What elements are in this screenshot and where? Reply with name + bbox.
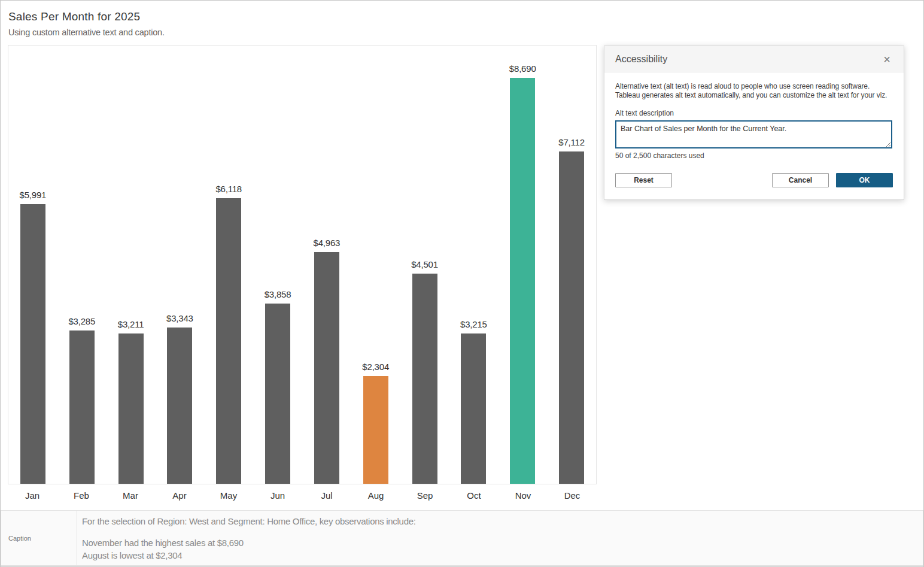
page-subtitle: Using custom alternative text and captio… (8, 28, 165, 37)
bar-aug[interactable] (363, 376, 388, 484)
bar-may[interactable] (216, 198, 241, 484)
bar-apr[interactable] (167, 328, 192, 484)
alt-text-input[interactable]: Bar Chart of Sales per Month for the Cur… (615, 120, 892, 148)
bar-value-label-oct: $3,215 (449, 319, 498, 329)
bar-value-label-apr: $3,343 (155, 313, 204, 323)
caption-line-2: November had the highest sales at $8,690 (82, 536, 923, 549)
x-axis-label-jun: Jun (253, 490, 302, 501)
bar-value-label-may: $6,118 (204, 184, 253, 194)
x-axis-label-sep: Sep (400, 490, 449, 501)
x-axis-label-mar: Mar (106, 490, 155, 501)
bar-jul[interactable] (314, 252, 339, 484)
bar-value-label-aug: $2,304 (351, 362, 400, 372)
caption-label: Caption (1, 511, 77, 565)
caption-panel: Caption For the selection of Region: Wes… (1, 510, 923, 566)
caption-line-3: August is lowest at $2,304 (82, 549, 923, 562)
bar-value-label-feb: $3,285 (57, 316, 107, 326)
bar-slot-oct: $3,215 (449, 46, 498, 484)
bar-slot-aug: $2,304 (351, 46, 400, 484)
x-axis-label-jul: Jul (302, 490, 351, 501)
bar-sep[interactable] (412, 274, 437, 484)
x-axis-label-jan: Jan (8, 490, 57, 501)
bar-slot-may: $6,118 (204, 46, 253, 484)
bar-dec[interactable] (559, 151, 584, 484)
cancel-button[interactable]: Cancel (772, 173, 829, 187)
dialog-button-row: Reset Cancel OK (615, 173, 893, 187)
bar-oct[interactable] (461, 333, 486, 484)
x-axis: JanFebMarAprMayJunJulAugSepOctNovDec (8, 486, 597, 505)
bar-value-label-nov: $8,690 (498, 63, 547, 74)
bar-value-label-jun: $3,858 (253, 289, 302, 299)
caption-text: For the selection of Region: West and Se… (77, 511, 923, 565)
bar-slot-dec: $7,112 (547, 46, 596, 484)
dialog-header: Accessibility × (604, 46, 904, 72)
bar-value-label-sep: $4,501 (400, 259, 449, 269)
alt-text-description-help: Alternative text (alt text) is read alou… (615, 82, 893, 99)
bar-slot-nov: $8,690 (498, 46, 547, 484)
x-axis-label-aug: Aug (351, 490, 400, 501)
bar-slot-sep: $4,501 (400, 46, 449, 484)
bar-slot-apr: $3,343 (155, 46, 204, 484)
bar-mar[interactable] (118, 333, 144, 484)
dialog-body: Alternative text (alt text) is read alou… (604, 72, 904, 199)
bar-nov[interactable] (510, 78, 535, 484)
close-icon[interactable]: × (881, 52, 893, 66)
character-counter: 50 of 2,500 characters used (615, 151, 893, 160)
bar-slot-feb: $3,285 (57, 46, 107, 484)
bar-value-label-dec: $7,112 (547, 137, 596, 147)
x-axis-label-may: May (204, 490, 253, 501)
bar-jan[interactable] (20, 204, 45, 484)
x-axis-label-nov: Nov (499, 490, 548, 501)
alt-text-field-label: Alt text description (615, 109, 893, 117)
bar-feb[interactable] (69, 331, 95, 484)
tableau-viz-page: Sales Per Month for 2025 Using custom al… (0, 0, 924, 567)
x-axis-label-feb: Feb (57, 490, 106, 501)
bar-value-label-jul: $4,963 (302, 238, 351, 248)
ok-button[interactable]: OK (836, 173, 893, 187)
bar-slot-mar: $3,211 (107, 46, 156, 484)
bar-slot-jun: $3,858 (253, 46, 302, 484)
x-axis-label-oct: Oct (449, 490, 499, 501)
accessibility-dialog: Accessibility × Alternative text (alt te… (604, 46, 904, 200)
bar-jun[interactable] (265, 304, 290, 484)
bar-slot-jan: $5,991 (8, 46, 57, 484)
caption-line-1: For the selection of Region: West and Se… (82, 516, 923, 526)
bar-value-label-mar: $3,211 (107, 319, 156, 329)
bar-plot: $5,991$3,285$3,211$3,343$6,118$3,858$4,9… (8, 45, 597, 484)
page-title: Sales Per Month for 2025 (8, 10, 140, 23)
dialog-title: Accessibility (615, 54, 881, 65)
x-axis-label-dec: Dec (548, 490, 597, 501)
bar-slot-jul: $4,963 (302, 46, 351, 484)
reset-button[interactable]: Reset (615, 173, 672, 187)
x-axis-label-apr: Apr (155, 490, 204, 501)
bar-value-label-jan: $5,991 (8, 190, 57, 200)
